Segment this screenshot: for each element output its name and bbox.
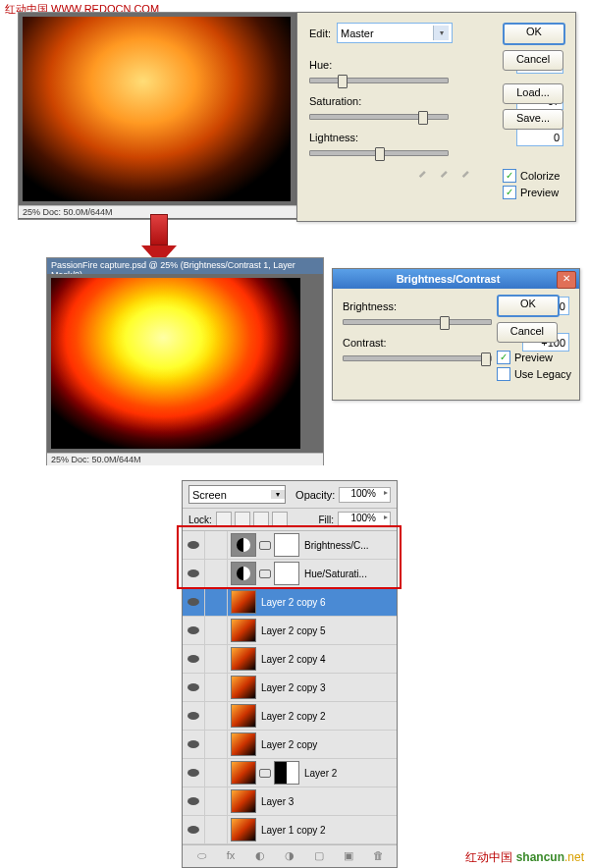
lock-position-icon[interactable] [253,512,269,527]
edit-dropdown[interactable]: Master▾ [337,23,453,43]
link-cell[interactable] [205,560,228,587]
link-cell[interactable] [205,731,228,758]
adjustment-thumb [231,562,256,585]
link-cell[interactable] [205,787,228,815]
opacity-input[interactable]: 100% [339,487,391,503]
saturation-slider[interactable] [309,114,449,120]
layer-thumb [231,818,256,841]
lightness-label: Lightness: [309,132,376,143]
load-button[interactable]: Load... [503,83,563,104]
cancel-button[interactable]: Cancel [497,322,558,343]
preview-checkbox[interactable]: ✓Preview [497,351,571,364]
layer-row[interactable]: Layer 2 [183,759,397,787]
visibility-toggle[interactable] [183,702,205,730]
layer-name: Layer 2 copy 3 [259,682,397,693]
layer-row[interactable]: Layer 2 copy [183,731,397,759]
layer-thumb [231,619,256,642]
visibility-toggle[interactable] [183,731,205,758]
fill-label: Fill: [318,515,334,525]
mask-thumb [274,562,299,585]
contrast-slider[interactable] [343,355,492,361]
layer-row[interactable]: Layer 2 copy 5 [183,617,397,645]
visibility-toggle[interactable] [183,816,205,843]
link-cell[interactable] [205,645,228,673]
opacity-label: Opacity: [295,489,335,501]
layer-name: Layer 1 copy 2 [259,825,397,836]
dialog-titlebar: Brightness/Contrast [333,269,579,289]
layer-row[interactable]: Layer 1 copy 2 [183,816,397,844]
layer-name: Layer 2 copy 6 [259,597,397,608]
lock-label: Lock: [188,515,212,525]
link-cell[interactable] [205,816,228,843]
lock-all-icon[interactable] [272,512,288,527]
eye-icon [187,769,199,777]
new-layer-icon[interactable]: ▣ [341,849,356,863]
visibility-toggle[interactable] [183,674,205,701]
save-button[interactable]: Save... [503,109,563,130]
close-button[interactable]: ✕ [557,271,576,289]
fire-image-1 [23,17,291,201]
trash-icon[interactable]: 🗑 [370,849,386,863]
link-cell[interactable] [205,674,228,701]
layer-row[interactable]: Hue/Saturati... [183,560,397,588]
layer-list: Brightness/C...Hue/Saturati...Layer 2 co… [183,531,397,844]
eye-icon [187,740,199,748]
link-layers-icon[interactable]: ⬭ [193,849,209,863]
fx-icon[interactable]: fx [223,849,239,863]
layer-row[interactable]: Layer 2 copy 4 [183,645,397,674]
layer-row[interactable]: Layer 2 copy 2 [183,702,397,731]
lock-transparency-icon[interactable] [216,512,232,527]
layer-thumb [231,676,256,699]
eye-icon [187,598,199,606]
layer-thumb [231,704,256,728]
visibility-toggle[interactable] [183,645,205,673]
visibility-toggle[interactable] [183,560,205,587]
lightness-slider[interactable] [309,150,449,156]
visibility-toggle[interactable] [183,787,205,815]
eyedropper-icon[interactable] [417,164,431,178]
eyedropper-minus-icon[interactable] [460,164,474,178]
preview-window-2: PassionFire capture.psd @ 25% (Brightnes… [46,257,324,465]
blend-mode-dropdown[interactable]: Screen▾ [188,485,286,504]
preview-window-1: 25% Doc: 50.0M/644M [18,12,297,220]
visibility-toggle[interactable] [183,617,205,644]
ok-button[interactable]: OK [503,23,565,45]
cancel-button[interactable]: Cancel [503,50,563,71]
hue-slider[interactable] [309,78,449,83]
use-legacy-checkbox[interactable]: Use Legacy [497,367,571,381]
colorize-checkbox[interactable]: ✓Colorize [503,169,565,183]
link-cell[interactable] [205,759,228,787]
brightness-slider[interactable] [343,319,492,325]
brightness-label: Brightness: [343,300,407,312]
visibility-toggle[interactable] [183,588,205,616]
add-mask-icon[interactable]: ◐ [252,849,268,863]
layers-footer: ⬭ fx ◐ ◑ ▢ ▣ 🗑 [183,844,397,867]
layer-thumb [231,732,256,756]
layer-row[interactable]: Brightness/C... [183,531,397,560]
link-cell[interactable] [205,702,228,730]
layer-row[interactable]: Layer 2 copy 3 [183,674,397,702]
folder-icon[interactable]: ▢ [311,849,327,863]
lock-pixels-icon[interactable] [235,512,250,527]
eyedropper-plus-icon[interactable] [439,164,453,178]
layer-name: Layer 2 copy 5 [259,625,397,636]
layer-row[interactable]: Layer 3 [183,787,397,816]
visibility-toggle[interactable] [183,759,205,787]
hue-saturation-panel: Edit: Master▾ Hue: Saturation: Lightness… [296,12,576,222]
ok-button[interactable]: OK [497,295,560,317]
layer-thumb [231,590,256,614]
eye-icon [187,712,199,720]
fill-input[interactable]: 100% [338,512,391,527]
link-cell[interactable] [205,531,228,559]
layer-name: Brightness/C... [302,540,397,551]
visibility-toggle[interactable] [183,531,205,559]
preview-status-2: 25% Doc: 50.0M/644M [47,453,323,465]
link-cell[interactable] [205,588,228,616]
eye-icon [187,570,199,577]
hue-label: Hue: [309,59,376,71]
layer-name: Layer 2 copy 2 [259,711,397,722]
layer-row[interactable]: Layer 2 copy 6 [183,588,397,617]
link-cell[interactable] [205,617,228,644]
preview-checkbox[interactable]: ✓Preview [503,186,565,199]
adjustment-layer-icon[interactable]: ◑ [282,849,297,863]
